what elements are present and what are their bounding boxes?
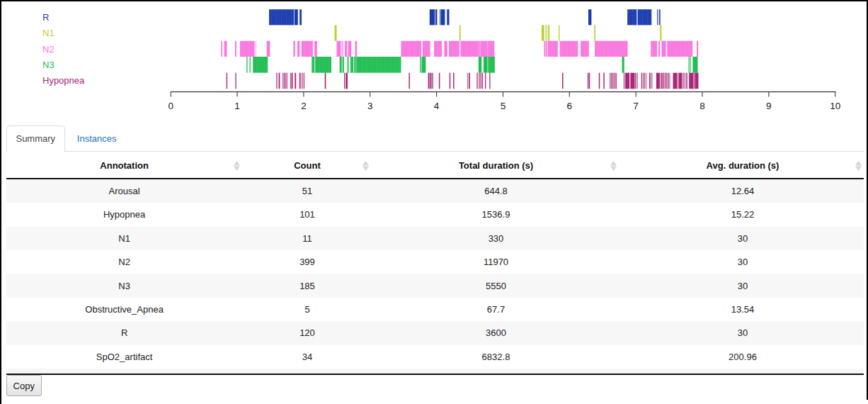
svg-text:8: 8 — [699, 101, 705, 111]
svg-text:7: 7 — [633, 101, 639, 111]
svg-text:N1: N1 — [42, 28, 55, 38]
svg-text:N2: N2 — [42, 44, 55, 55]
svg-text:R: R — [42, 12, 49, 23]
svg-text:3: 3 — [367, 101, 373, 111]
svg-text:10: 10 — [830, 101, 840, 111]
svg-text:4: 4 — [434, 101, 440, 111]
svg-text:2: 2 — [301, 101, 307, 111]
svg-text:6: 6 — [567, 101, 573, 111]
svg-text:1: 1 — [234, 101, 240, 111]
svg-text:0: 0 — [168, 101, 173, 111]
svg-text:5: 5 — [501, 101, 506, 111]
svg-text:Hypopnea: Hypopnea — [42, 75, 85, 86]
svg-text:9: 9 — [766, 101, 772, 111]
svg-text:N3: N3 — [42, 60, 55, 70]
